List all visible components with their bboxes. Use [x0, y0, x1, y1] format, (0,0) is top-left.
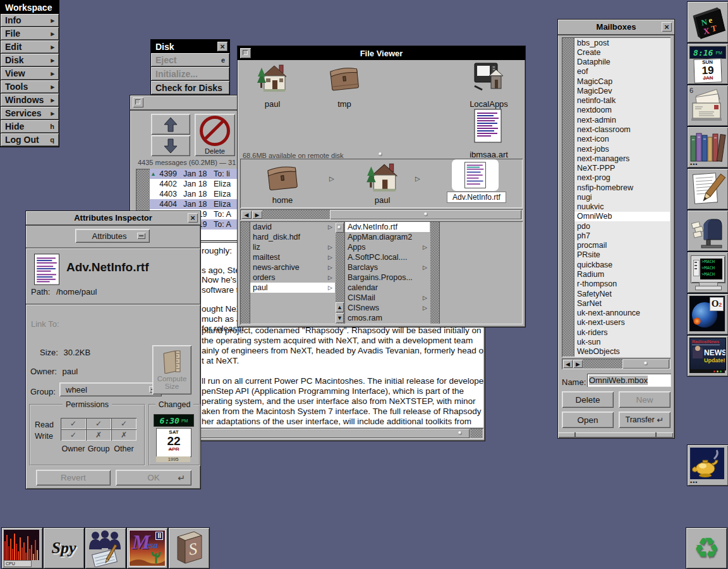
mailbox-row[interactable]: SarNet	[574, 298, 670, 308]
mailbox-row[interactable]: nuukvic	[574, 202, 670, 212]
mailbox-row[interactable]: next-classroom	[574, 125, 670, 134]
menu-item[interactable]: Edit ▸	[1, 40, 59, 54]
shelf-item-selected[interactable]	[452, 159, 499, 191]
open-button[interactable]: Open	[562, 412, 614, 428]
miniaturize-button[interactable]	[133, 97, 143, 107]
browser-row[interactable]: Barclays ▷	[345, 262, 430, 272]
browser-row[interactable]: liz ▷	[250, 242, 335, 252]
mailbox-row[interactable]: SafetyNet	[574, 289, 670, 298]
group-popup[interactable]: wheel	[59, 382, 162, 396]
scroll-knob[interactable]	[194, 429, 470, 438]
mail-next-button[interactable]	[151, 135, 190, 156]
menu-item[interactable]: Log Out q	[1, 133, 59, 147]
browser-row[interactable]: orders ▷	[250, 272, 335, 283]
dock-tile-terminal[interactable]: >MACH>MACH>MACH	[687, 252, 728, 293]
browser-row[interactable]: david ▷	[250, 222, 335, 232]
scroll-knob[interactable]	[336, 223, 344, 233]
dock-tile-lamp[interactable]: •••	[687, 444, 728, 486]
mailbox-row[interactable]: WebObjects	[574, 347, 670, 357]
menu-item[interactable]: Check for Disks	[151, 81, 229, 95]
menu-item[interactable]: Disk ▸	[1, 54, 59, 67]
edit-hscrollbar[interactable]	[193, 428, 483, 439]
menu-item[interactable]: View ▸	[1, 67, 59, 80]
dock-tile-mailbox[interactable]	[687, 210, 728, 252]
mailbox-row[interactable]: bbs_post	[574, 38, 670, 47]
browser-row[interactable]: news-archive ▷	[250, 262, 335, 272]
mailbox-row[interactable]: nsfip-homebrew	[574, 183, 670, 192]
menu-item[interactable]: File ▸	[1, 27, 59, 40]
scroll-knob[interactable]	[330, 210, 521, 219]
dock-tile-omniweb[interactable]: O2	[687, 293, 728, 335]
inspector-titlebar[interactable]: Attributes Inspector	[26, 211, 200, 226]
scroll-down-button[interactable]: ▼	[336, 313, 344, 323]
mail-message-row[interactable]: ▲ 4399 Jan 18 To: li	[150, 169, 240, 179]
mailbox-row[interactable]: netinfo-talk	[574, 96, 670, 106]
browser-col3-scrollbar[interactable]	[430, 222, 440, 324]
close-icon[interactable]: ×	[188, 213, 198, 223]
mailbox-row[interactable]: uk-riders	[574, 327, 670, 337]
mailbox-row[interactable]: NeXT-PPP	[574, 163, 670, 173]
mail-titlebar[interactable]	[130, 95, 240, 111]
menu-item[interactable]: Initialize...	[151, 67, 229, 81]
browser-row[interactable]: cmos.ram	[345, 313, 430, 323]
delete-button[interactable]: Delete	[562, 391, 614, 408]
mailbox-row[interactable]: Radium	[574, 269, 670, 279]
file-viewer-titlebar[interactable]: File Viewer	[238, 46, 525, 60]
fv-icon-localapps[interactable]	[472, 61, 505, 94]
dock-tile-edit[interactable]	[687, 168, 728, 210]
menu-item[interactable]: Info ▸	[1, 14, 59, 27]
new-button[interactable]: New	[619, 391, 670, 408]
browser-row[interactable]: hard_disk.hdf	[250, 232, 335, 242]
dock-tile-news[interactable]: RadicalNews NEWS Update!	[687, 335, 728, 377]
fv-icon-paul[interactable]	[256, 61, 289, 94]
revert-button[interactable]: Revert	[36, 470, 111, 486]
mailbox-row[interactable]: MagicDev	[574, 86, 670, 95]
shelf-item-home[interactable]	[265, 161, 300, 194]
compute-size-button[interactable]: Compute Size	[152, 345, 191, 395]
dock-tile-clock[interactable]: 8:16 PM SUN 19 JAN	[687, 43, 728, 85]
permission-checkbox[interactable]: ✓	[61, 418, 86, 429]
mail-prev-button[interactable]	[151, 114, 190, 135]
dock-tile-recycler[interactable]: ♻	[686, 527, 727, 569]
mailbox-row[interactable]: next-jobs	[574, 144, 670, 154]
menu-item[interactable]: Services ▸	[1, 107, 59, 120]
close-icon[interactable]: ×	[662, 22, 672, 32]
mailbox-row[interactable]: r-thompson 432	[574, 279, 670, 289]
menu-item[interactable]: Tools ▸	[1, 80, 59, 94]
mailbox-row[interactable]: PRsite	[574, 250, 670, 260]
mailboxes-titlebar[interactable]: Mailboxes	[558, 20, 674, 35]
browser-row[interactable]: mailtest ▷	[250, 252, 335, 262]
browser-row[interactable]: A.SoftPC.local....	[345, 252, 430, 262]
mail-delete-button[interactable]: Delete	[195, 114, 235, 156]
transfer-button[interactable]: Transfer ↵	[619, 412, 670, 428]
permission-checkbox[interactable]: ✓	[86, 418, 111, 429]
browser-col2-scrollbar[interactable]: ▲ ▼	[336, 222, 345, 324]
browser-row[interactable]: Apps ▷	[345, 242, 430, 252]
shelf-item-paul[interactable]	[365, 160, 400, 194]
mailbox-row[interactable]: Dataphile	[574, 58, 670, 67]
resize-bar[interactable]	[558, 432, 673, 437]
mailbox-hscrollbar[interactable]: ◀ ▶	[562, 358, 670, 369]
dock-tile-next-logo[interactable]: N e X T	[687, 1, 728, 43]
permission-checkbox[interactable]: ✓	[111, 418, 136, 429]
mailbox-row[interactable]: next-managers	[574, 154, 670, 163]
workspace-menu-title[interactable]: Workspace	[1, 1, 59, 14]
scroll-right-button[interactable]: ▶	[252, 211, 262, 219]
name-field[interactable]: OmniWeb.mbox	[587, 374, 671, 387]
browser-row[interactable]: CISnews ▷	[345, 303, 430, 313]
mail-message-row[interactable]: 4403 Jan 18 Eliza	[150, 189, 240, 199]
dock-tile-mesa[interactable]: M esa II	[126, 527, 168, 569]
scroll-right-button[interactable]: ▶	[573, 360, 583, 368]
mailbox-row[interactable]: eof	[574, 67, 670, 76]
mail-message-row[interactable]: 4402 Jan 18 Eliza	[150, 179, 240, 189]
shelf-resize-dimple[interactable]	[379, 152, 382, 156]
menu-item[interactable]: Windows ▸	[1, 94, 59, 107]
browser-row[interactable]: Bargains.Propos...	[345, 272, 430, 283]
mailbox-row[interactable]: MagicCap	[574, 76, 670, 86]
mailbox-row[interactable]: uk-sun	[574, 337, 670, 346]
mailbox-row[interactable]: procmail	[574, 241, 670, 250]
ok-button[interactable]: OK ↵	[116, 470, 191, 486]
browser-row[interactable]: Adv.NetInfo.rtf	[345, 222, 430, 232]
mailbox-row[interactable]: next-prog	[574, 173, 670, 183]
browser-col1-scrollbar[interactable]	[241, 222, 250, 324]
